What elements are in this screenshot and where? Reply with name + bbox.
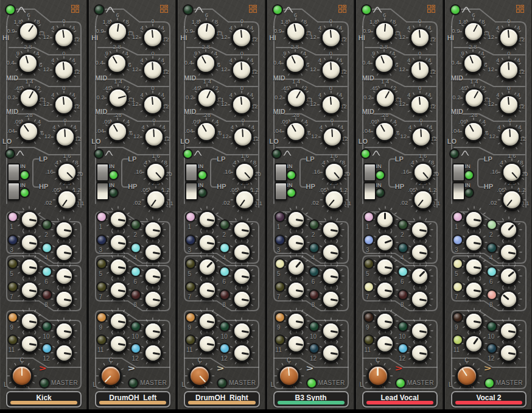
eq-lo-gain-knob[interactable]: [411, 127, 432, 147]
send-1-led[interactable]: [365, 213, 373, 221]
send-8-knob[interactable]: [499, 290, 518, 309]
send-2-led[interactable]: [399, 221, 407, 229]
send-12-knob[interactable]: [499, 344, 518, 362]
send-3-led[interactable]: [276, 236, 284, 244]
send-9-led[interactable]: [276, 313, 284, 322]
send-8-knob[interactable]: [144, 290, 163, 309]
send-4-knob[interactable]: [321, 243, 340, 262]
routing-arrow[interactable]: >: [128, 364, 135, 373]
send-6-knob[interactable]: [499, 267, 518, 286]
eq-enable-led[interactable]: [362, 5, 371, 14]
eq-lo-freq-knob[interactable]: [107, 121, 128, 142]
send-3-knob[interactable]: [109, 233, 128, 252]
send-5-led[interactable]: [276, 259, 284, 268]
send-2-knob[interactable]: [55, 221, 74, 239]
pan-knob[interactable]: [11, 365, 33, 387]
pan-knob[interactable]: [456, 365, 478, 387]
send-2-led[interactable]: [488, 221, 496, 229]
hp-freq-knob[interactable]: [502, 189, 522, 210]
send-6-knob[interactable]: [410, 267, 429, 286]
pan-knob[interactable]: [278, 365, 300, 387]
send-6-led[interactable]: [310, 267, 318, 276]
send-12-led[interactable]: [399, 344, 407, 353]
send-7-led[interactable]: [276, 283, 284, 291]
filter-enable-led[interactable]: [362, 150, 369, 158]
eq-lomid-freq-knob[interactable]: [464, 88, 485, 108]
send-7-knob[interactable]: [20, 281, 39, 300]
send-8-led[interactable]: [399, 291, 407, 299]
send-11-led[interactable]: [9, 336, 17, 344]
send-9-knob[interactable]: [109, 312, 128, 331]
send-2-led[interactable]: [43, 221, 51, 229]
send-5-knob[interactable]: [20, 258, 39, 277]
send-8-led[interactable]: [43, 291, 51, 299]
send-12-led[interactable]: [488, 344, 496, 353]
hp-freq-knob[interactable]: [324, 189, 345, 210]
send-11-led[interactable]: [453, 336, 462, 344]
send-12-knob[interactable]: [233, 344, 251, 362]
eq-lomid-freq-knob[interactable]: [19, 88, 40, 108]
send-5-led[interactable]: [365, 259, 373, 268]
send-2-knob[interactable]: [410, 221, 429, 239]
eq-lomid-gain-knob[interactable]: [499, 94, 519, 115]
send-10-knob[interactable]: [321, 322, 340, 341]
send-5-knob[interactable]: [287, 258, 306, 277]
send-10-led[interactable]: [399, 322, 407, 331]
eq-himid-gain-knob[interactable]: [321, 60, 341, 80]
send-1-knob[interactable]: [20, 210, 39, 229]
send-9-knob[interactable]: [287, 312, 306, 331]
send-12-knob[interactable]: [410, 344, 429, 362]
send-9-knob[interactable]: [20, 312, 39, 331]
eq-lomid-gain-knob[interactable]: [54, 94, 74, 115]
eq-lomid-freq-knob[interactable]: [286, 88, 307, 108]
eq-lomid-freq-knob[interactable]: [108, 88, 128, 108]
send-7-led[interactable]: [9, 283, 17, 291]
send-1-led[interactable]: [276, 213, 284, 221]
send-1-led[interactable]: [9, 213, 17, 221]
eq-hi-gain-knob[interactable]: [142, 27, 163, 48]
send-1-knob[interactable]: [198, 210, 217, 229]
send-10-knob[interactable]: [233, 322, 251, 341]
send-12-knob[interactable]: [144, 344, 163, 362]
send-4-led[interactable]: [310, 244, 318, 252]
master-assign-led[interactable]: [40, 379, 49, 387]
routing-arrow[interactable]: >: [395, 364, 402, 373]
send-9-knob[interactable]: [376, 312, 394, 331]
send-10-led[interactable]: [310, 322, 318, 331]
channel-nameplate[interactable]: Lead Vocal: [362, 391, 438, 408]
send-4-knob[interactable]: [410, 243, 429, 262]
lp-freq-knob[interactable]: [57, 162, 77, 183]
eq-lo-freq-knob[interactable]: [374, 121, 395, 142]
lp-filter-toggle[interactable]: [275, 163, 287, 182]
send-1-led[interactable]: [453, 213, 462, 221]
eq-lo-gain-knob[interactable]: [322, 127, 343, 147]
send-6-knob[interactable]: [321, 267, 340, 286]
eq-hi-gain-knob[interactable]: [54, 27, 74, 48]
send-8-knob[interactable]: [410, 290, 429, 309]
send-7-knob[interactable]: [464, 281, 483, 300]
send-8-knob[interactable]: [233, 290, 251, 309]
send-1-knob[interactable]: [287, 210, 306, 229]
send-10-led[interactable]: [488, 322, 496, 331]
master-assign-led[interactable]: [396, 379, 405, 387]
send-12-led[interactable]: [43, 344, 51, 353]
menu-icon[interactable]: [516, 5, 524, 13]
send-1-knob[interactable]: [376, 210, 394, 229]
send-7-knob[interactable]: [287, 281, 306, 300]
lp-filter-toggle[interactable]: [7, 163, 20, 182]
pan-knob[interactable]: [367, 365, 389, 387]
eq-lo-gain-knob[interactable]: [144, 127, 164, 147]
send-10-led[interactable]: [43, 322, 51, 331]
menu-icon[interactable]: [249, 5, 257, 13]
hp-filter-toggle[interactable]: [275, 182, 287, 200]
send-6-led[interactable]: [488, 267, 496, 276]
send-9-led[interactable]: [365, 313, 373, 322]
eq-himid-freq-knob[interactable]: [18, 53, 38, 74]
send-4-knob[interactable]: [499, 243, 518, 262]
eq-hi-gain-knob[interactable]: [410, 27, 430, 48]
eq-lo-freq-knob[interactable]: [463, 121, 484, 142]
send-4-knob[interactable]: [144, 243, 163, 262]
send-8-led[interactable]: [310, 291, 318, 299]
menu-icon[interactable]: [160, 5, 168, 13]
channel-nameplate[interactable]: Kick: [6, 391, 82, 408]
